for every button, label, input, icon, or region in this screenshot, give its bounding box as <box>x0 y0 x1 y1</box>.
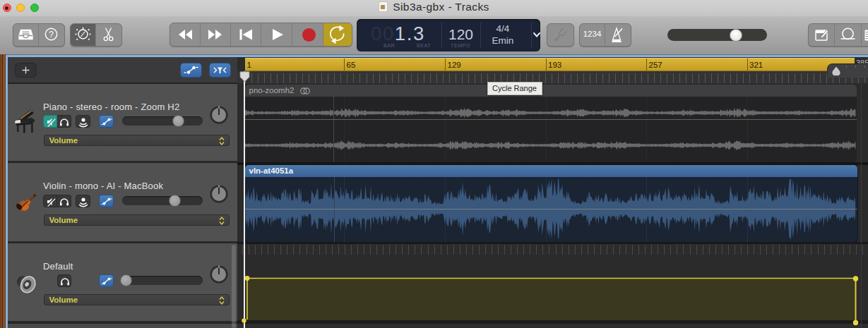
svg-text:?: ? <box>49 30 54 40</box>
